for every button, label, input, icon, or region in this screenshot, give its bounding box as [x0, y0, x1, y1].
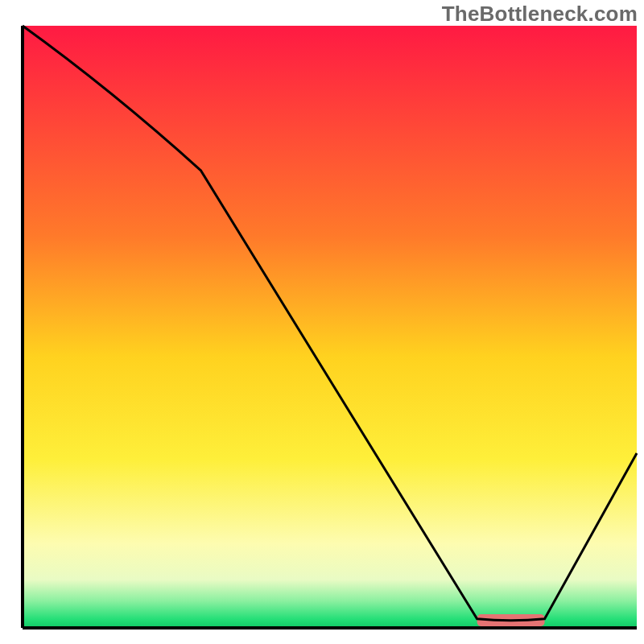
plot-area — [23, 26, 637, 628]
chart-container: TheBottleneck.com — [0, 0, 644, 644]
gradient-background — [23, 26, 637, 628]
bottleneck-chart — [0, 0, 644, 644]
